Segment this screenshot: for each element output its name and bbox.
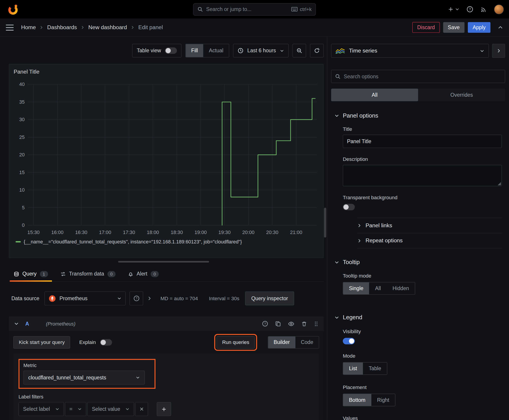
caret-down-icon: [125, 407, 130, 411]
breadcrumb-new-dashboard[interactable]: New dashboard: [88, 24, 127, 31]
tab-all[interactable]: All: [331, 89, 418, 101]
help-icon[interactable]: ?: [262, 321, 268, 327]
transparent-background-toggle[interactable]: [343, 204, 355, 210]
timeseries-chart[interactable]: 051015202530354015:3016:0016:3017:0017:3…: [13, 81, 319, 238]
refresh-button[interactable]: [310, 44, 324, 57]
actual-option[interactable]: Actual: [203, 44, 229, 57]
svg-text:10: 10: [19, 187, 25, 193]
global-search[interactable]: ctrl+k: [193, 3, 316, 15]
chevron-right-icon: [357, 223, 362, 228]
legend-mode-list[interactable]: List: [343, 363, 363, 375]
duplicate-icon[interactable]: [275, 321, 281, 327]
tooltip-mode-hidden[interactable]: Hidden: [387, 282, 415, 294]
svg-text:16:30: 16:30: [75, 230, 87, 235]
help-button[interactable]: ?: [467, 6, 473, 13]
breadcrumb-separator-icon: [131, 25, 135, 30]
operator-dropdown[interactable]: =: [65, 402, 86, 416]
query-row-header[interactable]: A (Prometheus) ?: [9, 316, 324, 331]
panel-title-input[interactable]: [343, 135, 502, 148]
visualization-picker[interactable]: Time series: [331, 44, 489, 58]
remove-filter-button[interactable]: [135, 402, 148, 416]
fill-actual-group: Fill Actual: [185, 44, 229, 57]
options-search[interactable]: [331, 70, 505, 83]
caret-down-icon: [280, 48, 284, 53]
panel-preview: Panel Title 051015202530354015:3016:0016…: [9, 64, 324, 258]
kickstart-button[interactable]: Kick start your query: [13, 336, 70, 349]
chart-area: 051015202530354015:3016:0016:3017:0017:3…: [13, 81, 319, 238]
select-label-placeholder: Select label: [23, 406, 50, 412]
panel-options-header[interactable]: Panel options: [334, 112, 502, 119]
explain-toggle[interactable]: [100, 339, 112, 346]
global-search-input[interactable]: [206, 6, 288, 12]
svg-text:20:00: 20:00: [242, 230, 255, 235]
tab-alert[interactable]: Alert 0: [123, 267, 164, 282]
legend-item[interactable]: {__name__="cloudflared_tunnel_total_requ…: [13, 239, 319, 245]
breadcrumb-edit-panel: Edit panel: [138, 24, 163, 31]
panel-title: Panel Title: [13, 68, 319, 75]
new-menu-button[interactable]: [448, 7, 459, 12]
tooltip-header[interactable]: Tooltip: [334, 259, 502, 266]
query-inspector-button[interactable]: Query inspector: [245, 292, 294, 305]
legend-mode-group: List Table: [343, 362, 387, 375]
legend-mode-table[interactable]: Table: [363, 363, 387, 375]
main-scrollbar-thumb[interactable]: [324, 208, 326, 238]
zoom-out-button[interactable]: [292, 44, 306, 57]
label-filter-row: Select label = Select value: [18, 402, 314, 416]
news-button[interactable]: [480, 6, 487, 13]
user-avatar[interactable]: [494, 5, 504, 14]
tab-alert-badge: 0: [151, 271, 159, 277]
table-view-control[interactable]: Table view: [132, 44, 181, 57]
tooltip-mode-all[interactable]: All: [369, 282, 387, 294]
breadcrumb-dashboards[interactable]: Dashboards: [47, 24, 77, 31]
builder-option[interactable]: Builder: [268, 337, 295, 348]
grafana-logo[interactable]: [7, 3, 20, 16]
viz-picker-row: Time series: [331, 44, 505, 58]
time-range-label: Last 6 hours: [247, 48, 276, 54]
drag-handle-icon[interactable]: [314, 321, 319, 327]
table-view-toggle[interactable]: [165, 47, 177, 54]
expand-options-button[interactable]: [147, 296, 152, 301]
repeat-options-row[interactable]: Repeat options: [357, 233, 502, 248]
select-label-dropdown[interactable]: Select label: [18, 402, 64, 416]
datasource-help-button[interactable]: ?: [130, 292, 144, 305]
tooltip-mode-single[interactable]: Single: [343, 282, 369, 294]
placement-bottom[interactable]: Bottom: [343, 394, 371, 406]
svg-text:15:30: 15:30: [27, 230, 39, 235]
panel-links-row[interactable]: Panel links: [357, 218, 502, 233]
fill-option[interactable]: Fill: [186, 44, 203, 57]
time-range-picker[interactable]: Last 6 hours: [233, 44, 289, 57]
placement-right[interactable]: Right: [371, 394, 395, 406]
collapsed-subsections: Panel links Repeat options: [357, 218, 502, 248]
collapse-pane-button[interactable]: [492, 44, 505, 58]
collapse-header-button[interactable]: [498, 25, 503, 30]
all-overrides-tabs: All Overrides: [331, 89, 505, 101]
svg-text:0: 0: [22, 222, 25, 228]
save-button[interactable]: Save: [443, 22, 464, 33]
menu-toggle-button[interactable]: [6, 24, 14, 30]
tab-transform[interactable]: Transform data 0: [55, 267, 120, 282]
legend-visibility-toggle[interactable]: [343, 338, 355, 344]
select-value-dropdown[interactable]: Select value: [87, 402, 134, 416]
datasource-label: Data source: [11, 295, 39, 301]
legend-body: Visibility Mode List Table Placement Bot…: [334, 329, 502, 420]
options-search-input[interactable]: [344, 74, 501, 79]
tab-overrides[interactable]: Overrides: [418, 89, 505, 101]
code-option[interactable]: Code: [295, 337, 319, 348]
resize-handle[interactable]: [118, 261, 209, 262]
run-queries-button[interactable]: Run queries: [217, 336, 255, 349]
zoom-out-icon: [296, 48, 302, 54]
legend-header[interactable]: Legend: [334, 314, 502, 321]
options-pane: Time series All Overrides: [327, 37, 509, 420]
bell-icon: [128, 271, 134, 277]
add-filter-button[interactable]: [157, 402, 171, 416]
breadcrumb-home[interactable]: Home: [21, 24, 36, 31]
apply-button[interactable]: Apply: [468, 22, 490, 33]
description-textarea[interactable]: [343, 165, 502, 186]
datasource-picker[interactable]: Prometheus: [45, 292, 126, 305]
chevron-down-icon[interactable]: [14, 321, 19, 326]
hide-query-icon[interactable]: [288, 320, 295, 327]
metric-select[interactable]: cloudflared_tunnel_total_requests: [23, 371, 145, 384]
delete-query-icon[interactable]: [301, 321, 307, 327]
discard-button[interactable]: Discard: [412, 22, 440, 33]
tab-query[interactable]: Query 1: [9, 267, 53, 282]
